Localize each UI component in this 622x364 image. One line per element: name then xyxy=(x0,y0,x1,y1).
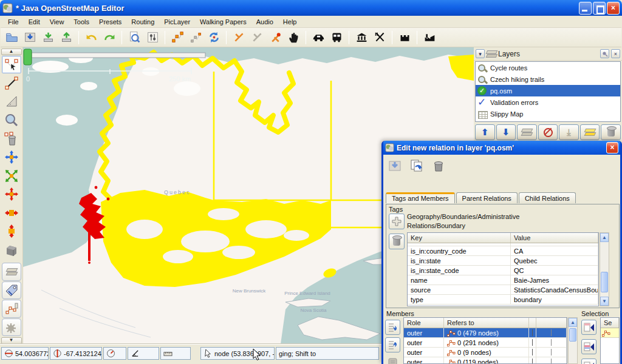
members-scrollbar[interactable]: ▲ xyxy=(568,317,578,364)
layer-merge-button[interactable] xyxy=(517,124,537,140)
dialog-close-button[interactable]: × xyxy=(606,142,618,153)
layer-down-button[interactable]: ⬇ xyxy=(496,124,516,140)
scroll-down-icon[interactable]: ▼ xyxy=(600,297,609,306)
tags-table-row[interactable]: is_in:country_code CA xyxy=(408,246,598,256)
menu-item[interactable]: Walking Papers xyxy=(195,17,251,27)
minimize-button[interactable] xyxy=(579,2,592,15)
museum-icon[interactable] xyxy=(353,30,370,46)
zoom-slider-knob[interactable] xyxy=(24,49,32,65)
sync-icon[interactable] xyxy=(205,30,222,46)
combine-way-icon[interactable] xyxy=(230,30,247,46)
menu-item[interactable]: Help xyxy=(278,17,302,27)
redo-icon[interactable] xyxy=(101,30,118,46)
search-icon[interactable] xyxy=(126,30,143,46)
member-move-up-button[interactable] xyxy=(385,320,400,335)
scale-y-tool[interactable] xyxy=(2,222,21,240)
factory-icon[interactable] xyxy=(421,30,438,46)
car-icon[interactable] xyxy=(310,30,327,46)
menu-item[interactable]: PicLayer xyxy=(159,17,195,27)
preferences-icon[interactable] xyxy=(144,30,161,46)
scroll-thumb[interactable] xyxy=(601,272,608,292)
dialog-tab[interactable]: Parent Relations xyxy=(456,192,518,203)
building-tool[interactable] xyxy=(2,241,21,259)
member-row[interactable]: outer 0 (9 nodes) xyxy=(404,348,567,357)
rotate-tool[interactable] xyxy=(2,185,21,203)
layer-row[interactable]: Validation errors xyxy=(476,96,620,108)
tags-table-row[interactable]: source StatisticsCanadaCensusBoun... xyxy=(408,285,598,295)
dialog-titlebar[interactable]: Edit new relation in layer 'pq.osm' × xyxy=(383,141,620,155)
layer-up-button[interactable]: ⬆ xyxy=(475,124,495,140)
tags-panel-toggle[interactable] xyxy=(2,281,21,300)
statusbar-help-text[interactable]: ging; Shift to xyxy=(276,347,379,360)
menu-item[interactable]: Presets xyxy=(94,17,126,27)
member-download-button[interactable] xyxy=(385,355,400,364)
select-tool[interactable] xyxy=(2,56,21,74)
scale-tool[interactable] xyxy=(2,167,21,185)
menu-item[interactable]: Audio xyxy=(251,17,278,27)
layer-row[interactable]: Slippy Map xyxy=(476,108,620,120)
unglue-ways-icon[interactable] xyxy=(187,30,204,46)
panel-close-icon[interactable]: × xyxy=(611,49,620,58)
tags-table-row[interactable]: name Baie-James xyxy=(408,275,598,285)
menu-item[interactable]: File xyxy=(3,17,24,27)
merge-nodes-icon[interactable] xyxy=(169,30,186,46)
tags-table-row[interactable]: is_in:state_code QC xyxy=(408,266,598,275)
member-move-down-button[interactable] xyxy=(385,337,400,352)
panel-menu-icon[interactable]: ▾ xyxy=(476,49,485,58)
dialog-tab[interactable]: Tags and Members xyxy=(386,192,455,203)
delete-tool[interactable] xyxy=(2,130,21,148)
menu-item[interactable]: Edit xyxy=(24,17,45,27)
member-row[interactable]: outer 0 (479 nodes) xyxy=(404,328,567,338)
tags-table[interactable]: Key Value is_in:country_code CA is_in:st… xyxy=(407,232,599,306)
collapse-up-icon[interactable]: ▲ xyxy=(1,49,22,55)
splatter-tool-icon[interactable] xyxy=(267,30,284,46)
scroll-up-icon[interactable]: ▲ xyxy=(600,233,609,242)
combine-way-disabled-icon[interactable] xyxy=(248,30,265,46)
layer-visibility-button[interactable] xyxy=(538,124,558,140)
upload-icon[interactable] xyxy=(58,30,75,46)
window-titlebar[interactable]: * Java OpenStreetMap Editor × xyxy=(0,0,622,16)
delete-tag-button[interactable] xyxy=(389,234,405,249)
layer-save-button[interactable] xyxy=(580,124,600,140)
selection-add-top-button[interactable] xyxy=(581,320,596,335)
collapse-down-icon[interactable]: ▼ xyxy=(1,337,22,344)
scale-x-tool[interactable] xyxy=(2,204,21,222)
selection-row[interactable] xyxy=(601,328,619,338)
save-icon[interactable] xyxy=(21,30,38,46)
member-row[interactable]: outer 0 (119 nodes) xyxy=(404,357,567,364)
selection-add-middle-button[interactable] xyxy=(581,339,596,354)
layer-row[interactable]: Czech hiking trails xyxy=(476,73,620,85)
tags-scrollbar[interactable]: ▲ ▼ xyxy=(600,232,609,306)
scroll-thumb[interactable] xyxy=(569,328,576,342)
bus-icon[interactable] xyxy=(328,30,345,46)
dialog-tab[interactable]: Child Relations xyxy=(519,192,576,203)
pin-icon[interactable] xyxy=(600,49,609,58)
member-row[interactable]: outer 0 (291 nodes) xyxy=(404,338,567,348)
layer-delete-button[interactable] xyxy=(601,124,621,140)
layer-row[interactable]: Cycle routes xyxy=(476,62,620,73)
menu-item[interactable]: Tools xyxy=(69,17,94,27)
open-icon[interactable] xyxy=(3,30,20,46)
measure-tool[interactable] xyxy=(2,93,21,111)
selection-table[interactable]: Se xyxy=(600,317,620,364)
scroll-up-icon[interactable]: ▲ xyxy=(569,318,577,327)
layers-panel-toggle[interactable] xyxy=(2,263,21,281)
menu-item[interactable]: Routing xyxy=(126,17,159,27)
relations-panel-toggle[interactable] xyxy=(2,300,21,318)
zoom-tool[interactable] xyxy=(2,111,21,129)
castle-icon[interactable] xyxy=(396,30,413,46)
undo-icon[interactable] xyxy=(83,30,100,46)
duplicate-icon[interactable] xyxy=(408,157,426,175)
layer-row[interactable]: pq.osm xyxy=(476,85,620,96)
move-tool[interactable] xyxy=(2,148,21,166)
selection-add-bottom-button[interactable] xyxy=(581,359,596,364)
tags-table-row[interactable]: is_in:state Quebec xyxy=(408,256,598,266)
restaurant-icon[interactable] xyxy=(371,30,388,46)
restore-button[interactable] xyxy=(593,2,606,15)
add-tag-button[interactable] xyxy=(389,214,405,229)
layer-merge-down-button[interactable]: ⤓ xyxy=(559,124,579,140)
draw-node-tool[interactable] xyxy=(2,74,21,92)
menu-item[interactable]: View xyxy=(45,17,69,27)
members-table[interactable]: Role Refers to outer 0 (479 nodes) xyxy=(403,317,567,364)
delete-relation-icon[interactable] xyxy=(429,157,448,175)
